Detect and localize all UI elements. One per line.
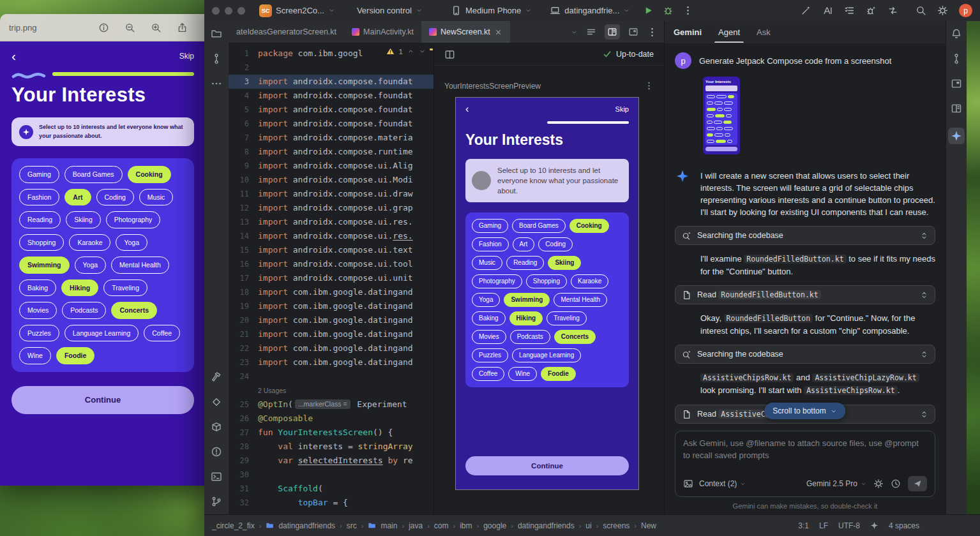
indent-widget[interactable]: 4 spaces xyxy=(889,521,919,530)
build-tool-icon[interactable] xyxy=(211,371,222,383)
breadcrumb-item-java[interactable]: java xyxy=(409,521,423,530)
code-line-24[interactable]: 24 xyxy=(229,369,433,383)
code-line-21[interactable]: 21import com.ibm.google.datingand xyxy=(229,327,433,341)
gemini-input-box[interactable]: Context (2) Gemini 2.5 Pro xyxy=(675,431,935,497)
settings-icon[interactable] xyxy=(937,5,948,16)
breadcrumb-item-datingandfriends[interactable]: datingandfriends xyxy=(278,521,335,530)
expand-icon[interactable] xyxy=(920,350,928,359)
usages-hint[interactable]: 2 Usages xyxy=(229,383,433,398)
prev-issue-icon[interactable] xyxy=(407,48,414,55)
device-selector[interactable]: Medium Phone xyxy=(448,3,534,18)
code-line-19[interactable]: 19import com.ibm.google.datingand xyxy=(229,299,433,313)
problems-tool-icon[interactable] xyxy=(211,446,222,458)
debug-button[interactable] xyxy=(663,5,674,16)
editor-tab-mainactivity-kt[interactable]: MainActivity.kt xyxy=(344,21,421,43)
tool-call-row[interactable]: Searching the codebase xyxy=(675,345,935,364)
code-line-26[interactable]: 26@Composable xyxy=(229,412,433,426)
code-line-17[interactable]: 17import androidx.compose.ui.unit xyxy=(229,271,433,285)
ai-status-icon[interactable] xyxy=(870,521,878,530)
tab-list-chevron-icon[interactable] xyxy=(571,29,578,36)
breadcrumb-item-_circle_2_fix[interactable]: _circle_2_fix xyxy=(212,521,255,530)
tab-agent[interactable]: Agent xyxy=(718,27,740,43)
breadcrumb-item-ibm[interactable]: ibm xyxy=(460,521,472,530)
tool-call-row[interactable]: Read RoundedFilledButton.kt xyxy=(675,285,935,304)
expand-icon[interactable] xyxy=(920,291,928,299)
close-window-button[interactable] xyxy=(212,7,220,15)
encoding-widget[interactable]: UTF-8 xyxy=(838,521,860,530)
text-tool-icon[interactable] xyxy=(822,5,833,16)
info-icon[interactable] xyxy=(98,22,109,33)
preview-options-icon[interactable] xyxy=(644,81,654,91)
tab-ask[interactable]: Ask xyxy=(757,27,771,43)
code-line-22[interactable]: 22import com.ibm.google.datingand xyxy=(229,341,433,355)
breadcrumb-item-screens[interactable]: screens xyxy=(603,521,629,530)
tool-call-row[interactable]: Searching the codebase xyxy=(675,226,935,245)
split-view-icon[interactable] xyxy=(605,24,620,40)
device-manager-icon[interactable] xyxy=(951,53,962,64)
breadcrumb-item-google[interactable]: google xyxy=(483,521,506,530)
breadcrumb-item-new[interactable]: New xyxy=(641,521,656,530)
structure-tool-icon[interactable] xyxy=(211,396,222,408)
checklist-tool-icon[interactable] xyxy=(844,5,855,16)
project-selector[interactable]: SC Screen2Co... xyxy=(257,3,338,19)
code-line-16[interactable]: 16import androidx.compose.ui.tool xyxy=(229,257,433,271)
running-devices-icon[interactable] xyxy=(951,103,962,114)
vcs-widget[interactable]: Version control xyxy=(354,4,425,17)
code-line-20[interactable]: 20import com.ibm.google.datingand xyxy=(229,313,433,327)
share-icon[interactable] xyxy=(177,22,188,33)
layout-inspector-icon[interactable] xyxy=(951,78,962,89)
version-control-tool-icon[interactable] xyxy=(211,496,222,507)
attach-image-icon[interactable] xyxy=(683,479,693,489)
code-line-14[interactable]: 14import androidx.compose.ui.res. xyxy=(229,229,433,243)
code-line-23[interactable]: 23import com.ibm.google.datingand xyxy=(229,355,433,369)
zoom-out-icon[interactable] xyxy=(124,22,135,33)
maximize-window-button[interactable] xyxy=(237,7,245,15)
code-line-9[interactable]: 9import androidx.compose.ui.Alig xyxy=(229,159,433,173)
code-line-7[interactable]: 7import androidx.compose.materia xyxy=(229,131,433,145)
gemini-prompt-input[interactable] xyxy=(683,438,927,476)
breadcrumb-item-main[interactable]: main xyxy=(381,521,397,530)
code-line-32[interactable]: 32 topBar = { xyxy=(229,496,433,510)
history-icon[interactable] xyxy=(891,479,901,489)
run-configuration-selector[interactable]: datingandfrie... xyxy=(547,3,633,18)
editor-tab-ateideasgeneratorscreen-kt[interactable]: ateIdeasGeneratorScreen.kt xyxy=(229,21,344,43)
wand-tool-icon[interactable] xyxy=(801,5,811,16)
code-line-10[interactable]: 10import androidx.compose.ui.Modi xyxy=(229,173,433,187)
code-line-2[interactable]: 2 xyxy=(229,61,433,75)
code-line-6[interactable]: 6import androidx.compose.foundat xyxy=(229,117,433,131)
code-line-25[interactable]: 25@OptIn(...markerClass = Experiment xyxy=(229,398,433,412)
send-button[interactable] xyxy=(908,476,927,491)
preview-view-icon[interactable] xyxy=(626,24,641,40)
code-line-11[interactable]: 11import androidx.compose.ui.draw xyxy=(229,187,433,201)
code-line-15[interactable]: 15import androidx.compose.ui.text xyxy=(229,243,433,257)
commit-tool-icon[interactable] xyxy=(211,53,222,64)
code-line-3[interactable]: 3import androidx.compose.foundat xyxy=(229,75,433,89)
code-line-30[interactable]: 30 xyxy=(229,468,433,482)
screenshot-thumbnail[interactable]: Your Interests xyxy=(703,77,740,154)
zoom-in-icon[interactable] xyxy=(151,22,162,33)
run-button[interactable] xyxy=(643,5,654,16)
caret-position-widget[interactable]: 3:1 xyxy=(798,521,809,530)
dependencies-tool-icon[interactable] xyxy=(211,421,222,433)
breadcrumb-item-src[interactable]: src xyxy=(347,521,357,530)
code-line-8[interactable]: 8import androidx.compose.runtime xyxy=(229,145,433,159)
code-line-31[interactable]: 31 Scaffold( xyxy=(229,482,433,496)
bug-report-icon[interactable] xyxy=(866,5,877,16)
search-everywhere-icon[interactable] xyxy=(916,5,926,16)
scroll-to-bottom-button[interactable]: Scroll to bottom xyxy=(764,403,845,419)
line-separator-widget[interactable]: LF xyxy=(819,521,828,530)
code-editor[interactable]: 1package com.ibm.googl23import androidx.… xyxy=(229,43,434,514)
inspections-widget[interactable]: 1 xyxy=(384,47,428,56)
code-line-27[interactable]: 27fun YourInterestsScreen() { xyxy=(229,426,433,440)
expand-icon[interactable] xyxy=(920,232,928,240)
sync-arrows-icon[interactable] xyxy=(887,5,898,16)
editor-options-icon[interactable] xyxy=(647,27,658,38)
user-avatar[interactable]: p xyxy=(959,4,972,17)
breadcrumb-item-ui[interactable]: ui xyxy=(585,521,591,530)
model-selector[interactable]: Gemini 2.5 Pro xyxy=(806,479,866,488)
code-view-icon[interactable] xyxy=(584,24,599,40)
more-tool-windows-icon[interactable] xyxy=(211,78,222,89)
terminal-tool-icon[interactable] xyxy=(211,471,222,482)
code-line-29[interactable]: 29 var selectedInterests by re xyxy=(229,454,433,468)
gemini-tool-icon[interactable] xyxy=(948,128,965,144)
